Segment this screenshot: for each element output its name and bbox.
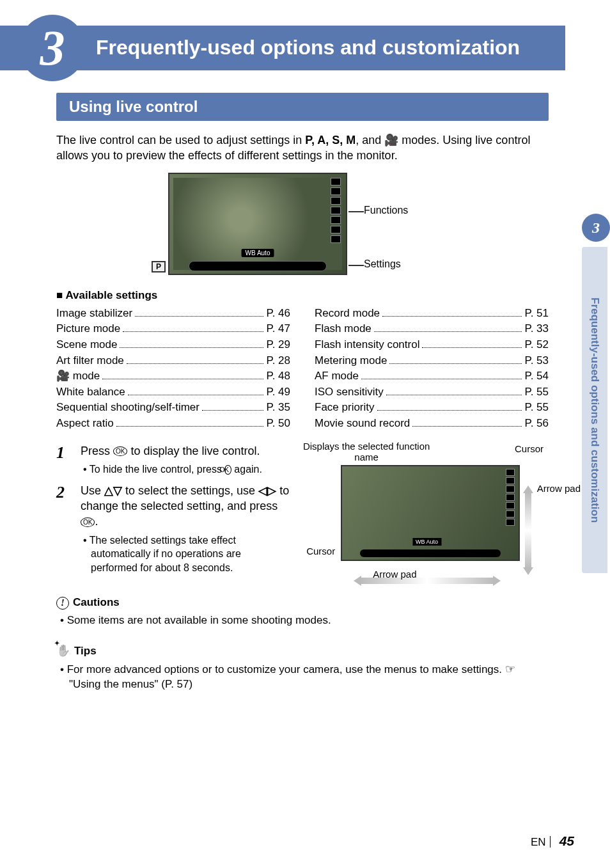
step-text: to display the live control. [127,445,260,457]
toc-row: AF modeP. 54 [315,368,549,384]
toc-label: Aspect ratio [56,416,114,432]
step-text: Press [81,445,113,457]
side-chapter-text: Frequently-used options and customizatio… [582,247,607,573]
toc-label: Scene mode [56,337,117,353]
step-body: Press OK to display the live control. To… [81,443,290,477]
step-sub-text: again. [231,464,262,475]
settings-bar [189,261,327,271]
toc-row: 🎥 modeP. 48 [56,368,290,384]
toc-page: P. 35 [266,400,290,416]
toc-row: Scene modeP. 29 [56,337,290,353]
mode-list: P, A, S, M [305,134,356,146]
toc-label: Sequential shooting/self-timer [56,400,199,416]
toc-label: Flash intensity control [315,337,419,353]
toc-dots [422,347,522,348]
toc-page: P. 46 [266,306,290,322]
toc-label: Art filter mode [56,353,124,369]
toc-label: AF mode [315,368,359,384]
toc-page: P. 49 [266,384,290,400]
caution-item: Some items are not available in some sho… [56,613,549,628]
func-icon [331,178,341,185]
selected-function-callout: Displays the selected function name [302,441,430,463]
page-footer: EN45 [531,833,574,849]
toc-dots [120,347,263,348]
toc-page: P. 29 [266,337,290,353]
chapter-number-circle: 3 [19,15,86,81]
toc-row: Art filter modeP. 28 [56,353,290,369]
footer-lang: EN [531,836,546,848]
caution-icon: ! [56,597,69,610]
mode-indicator-p: P [152,261,166,272]
wb-auto-label: WB Auto [412,538,441,546]
function-column [331,178,342,243]
lcd-screen: WB Auto P [168,173,347,275]
toc-dots [116,426,264,427]
section-heading: Using live control [56,93,549,121]
left-right-arrow-icon: ◁▷ [258,484,276,497]
toc-dots [374,331,522,332]
toc-row: Record modeP. 51 [315,306,549,322]
toc-page: P. 55 [524,384,549,400]
steps-and-diagram: 1 Press OK to display the live control. … [56,443,549,581]
footer-page-number: 45 [559,833,574,848]
toc-label: Flash mode [315,321,371,337]
func-icon [331,207,341,214]
arrow-pad-callout: Arrow pad [373,569,416,580]
toc-label: Image stabilizer [56,306,132,322]
toc-row: Flash intensity controlP. 52 [315,337,549,353]
side-chapter-number: 3 [582,214,610,242]
up-down-arrow-icon: △▽ [104,484,122,497]
toc-label: Record mode [315,306,380,322]
settings-bar [360,549,501,557]
functions-callout: Functions [364,205,408,216]
toc-dots [128,395,264,395]
tips-icon [56,643,70,658]
footer-divider [550,836,551,848]
available-settings-heading: Available settings [56,289,549,302]
chapter-number: 3 [40,19,65,77]
tip-text: For more advanced options or to customiz… [67,663,505,675]
toc-dots [377,410,522,411]
func-icon [331,216,341,224]
toc-label: Face priority [315,400,375,416]
toc-page: P. 47 [266,321,290,337]
step-sub: The selected settings take effect automa… [81,533,290,575]
toc-page: P. 53 [524,353,549,369]
toc-page: P. 55 [524,400,549,416]
page-content: Using live control The live control can … [56,93,549,692]
toc-row: Aspect ratioP. 50 [56,416,290,432]
cautions-heading: !Cautions [56,596,549,610]
chapter-title: Frequently-used options and customizatio… [96,36,520,59]
toc-row: White balanceP. 49 [56,384,290,400]
toc-dots [135,316,263,317]
toc-dots [123,331,263,332]
toc-row: Sequential shooting/self-timerP. 35 [56,400,290,416]
ok-button-icon: OK [224,465,231,475]
tip-item: For more advanced options or to customiz… [56,661,549,692]
steps-column: 1 Press OK to display the live control. … [56,443,290,581]
cautions-heading-text: Cautions [73,596,120,608]
cursor-callout: Cursor [515,443,544,454]
intro-text-mid: , and [356,134,384,146]
toc-right-column: Record modeP. 51Flash modeP. 33Flash int… [315,306,549,432]
function-column [506,469,516,526]
side-tab: 3 Frequently-used options and customizat… [582,214,610,573]
toc-row: Metering modeP. 53 [315,353,549,369]
toc-page: P. 56 [524,416,549,432]
toc-page: P. 51 [524,306,549,322]
toc-page: P. 52 [524,337,549,353]
toc-dots [127,363,264,364]
toc-row: ISO sensitivityP. 55 [315,384,549,400]
toc-page: P. 28 [266,353,290,369]
toc-page: P. 54 [524,368,549,384]
toc-dots [202,410,264,411]
intro-text: The live control can be used to adjust s… [56,134,305,146]
step-text: Use [81,484,104,497]
settings-callout: Settings [364,258,401,270]
lcd-diagram-bottom: Displays the selected function name Curs… [302,443,549,561]
reference-icon: ☞ [505,663,515,675]
toc-page: P. 48 [266,368,290,384]
toc-dots [412,426,522,427]
toc-label: ISO sensitivity [315,384,384,400]
toc-label: Metering mode [315,353,387,369]
